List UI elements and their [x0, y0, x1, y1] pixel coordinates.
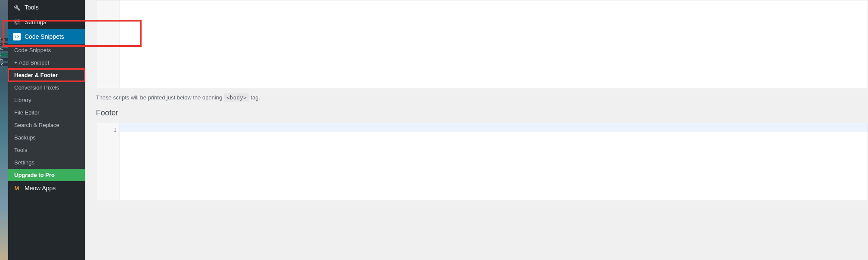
- submenu-item-tools[interactable]: Tools: [8, 144, 85, 156]
- code-snippets-submenu: Code Snippets + Add Snippet Header & Foo…: [8, 44, 85, 181]
- editor-gutter: 1: [96, 123, 120, 200]
- submenu-item-upgrade-pro[interactable]: Upgrade to Pro: [8, 169, 85, 181]
- wrench-icon: [12, 3, 21, 12]
- sys-badge: %: [0, 48, 8, 51]
- submenu-item-settings[interactable]: Settings: [8, 156, 85, 169]
- sys-badge: 4 /s: [0, 43, 8, 46]
- line-number: 1: [96, 126, 117, 134]
- sidebar-item-label: Code Snippets: [25, 33, 64, 40]
- sidebar-item-tools[interactable]: Tools: [8, 0, 85, 15]
- sidebar-item-meow-apps[interactable]: M Meow Apps: [8, 181, 85, 196]
- editor-body[interactable]: [120, 123, 868, 200]
- body-scripts-editor[interactable]: [96, 0, 868, 88]
- submenu-item-conversion-pixels[interactable]: Conversion Pixels: [8, 81, 85, 94]
- editor-body[interactable]: [120, 0, 868, 88]
- meow-apps-icon: M: [12, 184, 21, 192]
- submenu-item-code-snippets[interactable]: Code Snippets: [8, 44, 85, 56]
- sys-badge: %: [0, 58, 8, 62]
- sidebar-item-label: Tools: [25, 4, 39, 11]
- sidebar-item-code-snippets[interactable]: Code Snippets: [8, 29, 85, 44]
- footer-section-title: Footer: [96, 108, 868, 118]
- sys-badge: 1 /s: [0, 38, 8, 41]
- submenu-item-header-footer[interactable]: Header & Footer: [8, 69, 85, 81]
- editor-gutter: [96, 0, 120, 88]
- main-content: These scripts will be printed just below…: [85, 0, 868, 260]
- submenu-item-search-replace[interactable]: Search & Replace: [8, 119, 85, 131]
- body-tag-code: <body>: [224, 93, 249, 102]
- sidebar-item-label: Meow Apps: [25, 185, 56, 192]
- submenu-item-library[interactable]: Library: [8, 94, 85, 106]
- editor-active-line[interactable]: [120, 123, 868, 132]
- code-snippets-icon: [12, 32, 21, 41]
- sidebar-item-label: Settings: [25, 19, 46, 25]
- desktop-background-strip: 1 /s 4 /s % J % °C: [0, 0, 8, 260]
- admin-sidebar: Tools Settings Code Snippets Code Snippe…: [8, 0, 85, 260]
- body-scripts-help: These scripts will be printed just below…: [96, 88, 868, 107]
- submenu-item-add-snippet[interactable]: + Add Snippet: [8, 56, 85, 69]
- sidebar-item-settings[interactable]: Settings: [8, 15, 85, 29]
- sys-badge: J: [0, 53, 8, 56]
- sys-badge: °C: [0, 63, 8, 66]
- footer-scripts-editor[interactable]: 1: [96, 123, 868, 200]
- sliders-icon: [12, 18, 21, 26]
- submenu-item-backups[interactable]: Backups: [8, 131, 85, 144]
- submenu-item-file-editor[interactable]: File Editor: [8, 106, 85, 119]
